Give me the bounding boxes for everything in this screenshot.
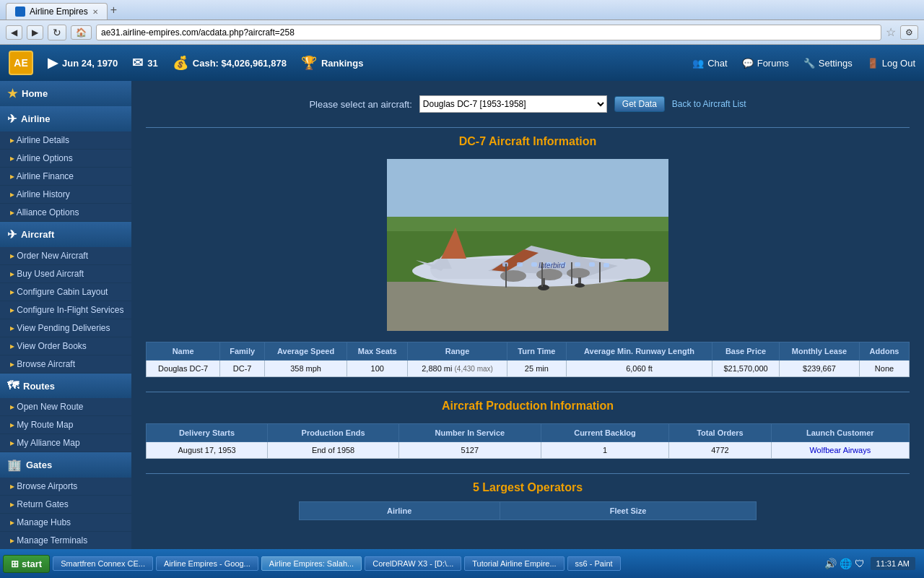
launch-customer-link[interactable]: Wolfbear Airways: [809, 446, 871, 454]
svg-rect-19: [517, 262, 523, 267]
content-area: Please select an aircraft: Douglas DC-7 …: [131, 81, 924, 549]
sidebar-item-my-route-map[interactable]: My Route Map: [0, 416, 131, 434]
sidebar-item-my-alliance-map[interactable]: My Alliance Map: [0, 434, 131, 452]
sidebar-item-return-gates[interactable]: Return Gates: [0, 496, 131, 514]
logout-link[interactable]: 🚪 Log Out: [867, 58, 915, 69]
cell-name: Douglas DC-7: [147, 361, 220, 377]
home-nav-button[interactable]: 🏠: [71, 25, 92, 40]
col-avg-speed: Average Speed: [264, 342, 346, 361]
taskbar-item-1[interactable]: Airline Empires - Goog...: [156, 556, 258, 571]
play-icon: ▶: [48, 55, 58, 71]
taskbar-item-5[interactable]: ss6 - Paint: [567, 556, 621, 571]
aircraft-select[interactable]: Douglas DC-7 [1953-1958]: [419, 95, 607, 113]
back-to-aircraft-list-link[interactable]: Back to Aircraft List: [672, 99, 746, 109]
sidebar-item-airline-finance[interactable]: Airline Finance: [0, 168, 131, 186]
col-family: Family: [220, 342, 265, 361]
forward-button[interactable]: ▶: [27, 25, 43, 40]
volume-tray-icon[interactable]: 🔊: [824, 558, 837, 569]
header-cash: 💰 Cash: $4,026,961,878: [173, 55, 287, 71]
sidebar-item-airline-options[interactable]: Airline Options: [0, 150, 131, 168]
security-tray-icon[interactable]: 🛡: [855, 558, 865, 569]
sidebar-item-manage-terminals[interactable]: Manage Terminals: [0, 532, 131, 549]
sidebar-item-browse-airports[interactable]: Browse Airports: [0, 478, 131, 496]
col-fleet-size: Fleet Size: [500, 502, 757, 520]
operators-title: 5 Largest Operators: [146, 481, 910, 494]
logout-icon: 🚪: [867, 58, 879, 69]
cell-delivery-starts: August 17, 1953: [147, 442, 268, 459]
col-name: Name: [147, 342, 220, 361]
home-star-icon: ★: [7, 87, 17, 100]
sidebar-item-airline-details[interactable]: Airline Details: [0, 131, 131, 150]
routes-section-icon: 🗺: [7, 379, 19, 392]
svg-point-30: [575, 283, 585, 288]
browser-tab[interactable]: Airline Empires ✕: [6, 3, 108, 20]
col-max-seats: Max Seats: [347, 342, 408, 361]
cell-base-price: $21,570,000: [712, 361, 780, 377]
svg-rect-20: [531, 262, 537, 267]
chat-link[interactable]: 👥 Chat: [692, 58, 727, 69]
header-rankings[interactable]: 🏆 Rankings: [301, 55, 364, 71]
selector-label: Please select an aircraft:: [309, 99, 411, 110]
address-bar[interactable]: [96, 25, 881, 40]
mail-icon: ✉: [132, 55, 143, 71]
app-header: AE ▶ Jun 24, 1970 ✉ 31 💰 Cash: $4,026,96…: [0, 45, 924, 81]
col-production-ends: Production Ends: [268, 424, 399, 442]
cell-monthly-lease: $239,667: [780, 361, 860, 377]
sidebar-item-order-new-aircraft[interactable]: Order New Aircraft: [0, 247, 131, 265]
sidebar-item-order-books[interactable]: View Order Books: [0, 337, 131, 355]
refresh-button[interactable]: ↻: [48, 25, 66, 40]
back-button[interactable]: ◀: [6, 25, 22, 40]
aircraft-info-row: Douglas DC-7 DC-7 358 mph 100 2,880 mi (…: [147, 361, 910, 377]
forums-link[interactable]: 💬 Forums: [742, 58, 789, 69]
start-button[interactable]: ⊞ start: [3, 555, 50, 573]
sidebar-section-airline[interactable]: ✈ Airline: [0, 106, 131, 131]
sidebar-item-open-new-route[interactable]: Open New Route: [0, 398, 131, 416]
svg-point-28: [538, 285, 549, 290]
divider-1: [146, 127, 910, 128]
sidebar-section-routes[interactable]: 🗺 Routes: [0, 374, 131, 398]
header-messages[interactable]: ✉ 31: [132, 55, 157, 71]
cell-max-seats: 100: [347, 361, 408, 377]
svg-rect-5: [387, 159, 668, 217]
forums-icon: 💬: [742, 58, 754, 69]
production-info-title: Aircraft Production Information: [146, 400, 910, 413]
svg-point-17: [567, 268, 590, 278]
tray-icons: 🔊 🌐 🛡: [824, 558, 865, 569]
svg-rect-25: [603, 263, 609, 267]
header-date: ▶ Jun 24, 1970: [48, 55, 118, 71]
aircraft-photo: Interbird: [387, 159, 668, 331]
airline-section-icon: ✈: [7, 112, 17, 126]
sidebar-section-aircraft[interactable]: ✈ Aircraft: [0, 222, 131, 247]
sidebar-item-pending-deliveries[interactable]: View Pending Deliveries: [0, 319, 131, 337]
taskbar: ⊞ start Smartfren Connex CE... Airline E…: [0, 549, 924, 578]
cell-addons: None: [860, 361, 910, 377]
taskbar-item-2[interactable]: Airline Empires: Salah...: [261, 556, 362, 571]
svg-point-16: [536, 269, 562, 280]
sidebar-section-gates[interactable]: 🏢 Gates: [0, 452, 131, 478]
svg-point-15: [500, 270, 526, 282]
network-tray-icon[interactable]: 🌐: [840, 558, 852, 569]
sidebar-item-alliance-options[interactable]: Alliance Options: [0, 204, 131, 222]
tools-button[interactable]: ⚙: [900, 25, 918, 40]
cell-production-ends: End of 1958: [268, 442, 399, 459]
sidebar-item-browse-aircraft[interactable]: Browse Aircraft: [0, 355, 131, 374]
sidebar-item-airline-history[interactable]: Airline History: [0, 186, 131, 204]
taskbar-item-0[interactable]: Smartfren Connex CE...: [53, 556, 153, 571]
sidebar: ★ Home ✈ Airline Airline Details Airline…: [0, 81, 131, 549]
sidebar-item-configure-inflight[interactable]: Configure In-Flight Services: [0, 301, 131, 319]
get-data-button[interactable]: Get Data: [614, 96, 665, 112]
aircraft-info-title: DC-7 Aircraft Information: [146, 135, 910, 148]
sidebar-item-configure-cabin[interactable]: Configure Cabin Layout: [0, 283, 131, 301]
new-tab-button[interactable]: +: [110, 4, 117, 17]
tab-close-btn[interactable]: ✕: [92, 8, 98, 16]
sidebar-item-manage-hubs[interactable]: Manage Hubs: [0, 514, 131, 532]
sidebar-item-home[interactable]: ★ Home: [0, 81, 131, 106]
divider-3: [146, 473, 910, 474]
settings-link[interactable]: 🔧 Settings: [803, 58, 853, 69]
col-turn-time: Turn Time: [507, 342, 566, 361]
bookmark-button[interactable]: ☆: [886, 25, 896, 39]
taskbar-item-3[interactable]: CorelDRAW X3 - [D:\...: [365, 556, 461, 571]
taskbar-item-4[interactable]: Tutorial Airline Empire...: [464, 556, 564, 571]
cell-launch-customer: Wolfbear Airways: [771, 442, 909, 459]
sidebar-item-buy-used-aircraft[interactable]: Buy Used Aircraft: [0, 265, 131, 283]
